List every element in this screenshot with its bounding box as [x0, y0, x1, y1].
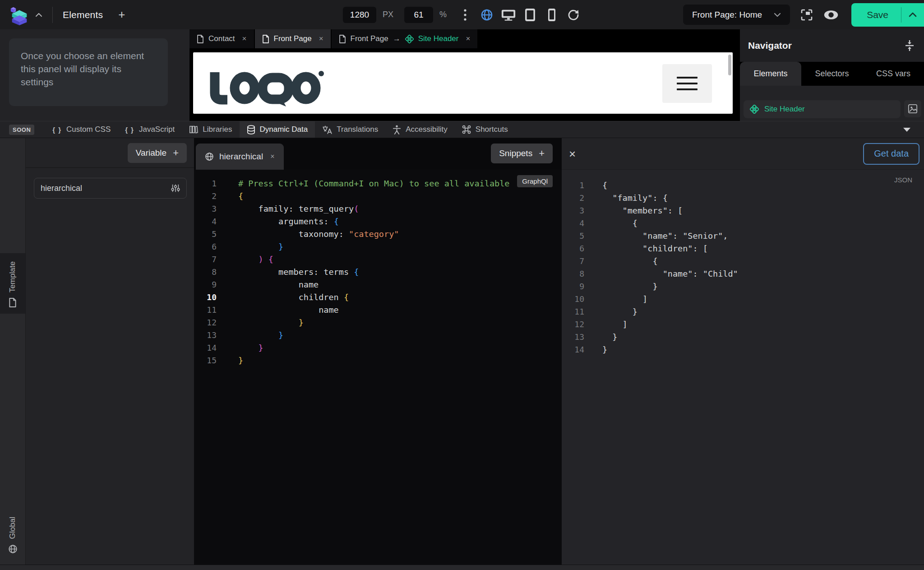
code-line[interactable]: 3 family: terms_query( [194, 202, 562, 215]
plus-icon: + [173, 147, 179, 159]
library-icon [189, 125, 198, 134]
code-line[interactable]: 8 "name": "Child" [562, 267, 924, 280]
code-line[interactable]: 10 ] [562, 292, 924, 305]
code-line[interactable]: 6 "children": [ [562, 242, 924, 255]
mobile-breakpoint-icon[interactable] [544, 7, 559, 23]
code-line[interactable]: 11 } [562, 305, 924, 318]
code-line[interactable]: 2{ [194, 190, 562, 202]
app-logo[interactable] [9, 5, 30, 25]
element-thumbnail-button[interactable] [904, 100, 921, 117]
close-tab-icon[interactable]: × [466, 34, 470, 43]
code-line[interactable]: 1{ [562, 179, 924, 191]
line-number: 15 [194, 356, 217, 365]
line-number: 8 [194, 267, 217, 277]
code-line[interactable]: 9 name [194, 278, 562, 291]
utilities-toolbar: SOON { } Custom CSS { } JavaScript Libra… [0, 121, 924, 138]
result-column: × Get data JSON 1{2 "family": {3 "member… [562, 138, 924, 565]
line-number: 14 [562, 345, 584, 354]
save-options-chevron-up-icon[interactable] [901, 12, 924, 17]
code-line[interactable]: 14 } [194, 341, 562, 354]
code-line[interactable]: 4 arguments: { [194, 215, 562, 227]
scope-tab-template[interactable]: Template [0, 253, 25, 314]
page-selector-dropdown[interactable]: Front Page: Home [683, 5, 790, 25]
tool-libraries[interactable]: Libraries [182, 121, 239, 138]
code-line[interactable]: 12 } [194, 316, 562, 329]
hamburger-menu-button[interactable] [662, 64, 712, 103]
get-data-button[interactable]: Get data [863, 143, 919, 165]
navigator-tab-selectors[interactable]: Selectors [801, 62, 863, 86]
tool-dynamic-data[interactable]: Dynamic Data [240, 121, 315, 138]
scope-tab-global[interactable]: Global [0, 509, 25, 560]
code-line[interactable]: 15} [194, 354, 562, 366]
tree-node-site-header[interactable]: Site Header [744, 100, 901, 118]
doc-tab-front-page[interactable]: Front Page × [255, 29, 331, 48]
code-line[interactable]: 7 { [562, 255, 924, 267]
code-line[interactable]: 10 children { [194, 291, 562, 303]
code-line[interactable]: 2 "family": { [562, 191, 924, 204]
preview-eye-icon[interactable] [823, 7, 839, 23]
more-options-kebab-icon[interactable] [457, 7, 473, 23]
site-logo[interactable] [203, 67, 332, 108]
tool-translations[interactable]: Translations [315, 121, 385, 138]
line-number: 9 [562, 282, 584, 291]
snippets-button[interactable]: Snippets + [491, 144, 553, 163]
json-result-viewer[interactable]: JSON 1{2 "family": {3 "members": [4 {5 "… [562, 170, 924, 565]
code-line[interactable]: 9 } [562, 280, 924, 292]
refresh-icon[interactable] [566, 7, 581, 23]
code-line[interactable]: 13 } [562, 330, 924, 343]
collapse-bottom-panel-icon[interactable] [902, 127, 911, 132]
fullscreen-icon[interactable] [799, 7, 814, 23]
query-tab-hierarchical[interactable]: hierarchical × [196, 144, 284, 170]
code-line[interactable]: 1# Press Ctrl+I (Command+I on Mac) to se… [194, 177, 562, 190]
database-icon [247, 125, 255, 134]
navigator-tab-cssvars[interactable]: CSS vars [863, 62, 924, 86]
tool-label: Dynamic Data [260, 125, 308, 134]
canvas-scrollbar[interactable] [728, 55, 731, 75]
chevron-up-icon[interactable] [35, 13, 42, 17]
code-line[interactable]: 6 } [194, 240, 562, 253]
code-line[interactable]: 13 } [194, 329, 562, 341]
tool-javascript[interactable]: { } JavaScript [118, 121, 182, 138]
line-number: 7 [194, 255, 217, 264]
desktop-breakpoint-icon[interactable] [501, 7, 516, 23]
close-tab-icon[interactable]: × [242, 34, 247, 43]
line-number: 14 [194, 343, 217, 352]
translate-icon [322, 125, 332, 134]
variable-item-hierarchical[interactable]: hierarchical [34, 178, 187, 199]
navigator-tab-elements[interactable]: Elements [740, 62, 801, 86]
close-tab-icon[interactable]: × [319, 34, 323, 43]
graphql-editor[interactable]: GraphQl 1# Press Ctrl+I (Command+I on Ma… [194, 170, 562, 565]
collapse-panel-icon[interactable] [904, 40, 915, 51]
tool-label: Libraries [203, 125, 232, 134]
dynamic-data-workspace: Template Global Variable + [0, 138, 924, 565]
add-variable-button[interactable]: Variable + [128, 143, 187, 163]
responsive-globe-icon[interactable] [479, 7, 494, 23]
elements-panel-title[interactable]: Elements [63, 9, 103, 20]
code-line[interactable]: 14} [562, 343, 924, 356]
close-tab-icon[interactable]: × [270, 153, 274, 161]
save-button[interactable]: Save [851, 3, 924, 27]
tool-label: Custom CSS [66, 125, 111, 134]
tablet-breakpoint-icon[interactable] [522, 7, 538, 23]
page-preview[interactable] [193, 52, 733, 114]
doc-tab-contact[interactable]: Contact × [189, 29, 254, 48]
code-line[interactable]: 8 members: terms { [194, 265, 562, 278]
code-line[interactable]: 12 ] [562, 318, 924, 330]
doc-tab-front-page-site-header[interactable]: Front Page → Site Header × [332, 29, 478, 48]
tool-accessibility[interactable]: Accessibility [385, 121, 455, 138]
tool-shortcuts[interactable]: Shortcuts [455, 121, 515, 138]
plus-icon: + [539, 148, 545, 159]
tool-custom-css[interactable]: { } Custom CSS [45, 121, 118, 138]
add-element-button[interactable]: + [118, 8, 125, 22]
sliders-icon[interactable] [171, 184, 180, 193]
code-line[interactable]: 5 taxonomy: "category" [194, 227, 562, 240]
line-number: 5 [194, 229, 217, 239]
code-line[interactable]: 11 name [194, 303, 562, 316]
code-line[interactable]: 3 "members": [ [562, 204, 924, 217]
close-panel-icon[interactable]: × [569, 148, 576, 160]
canvas-zoom-input[interactable] [404, 7, 433, 23]
canvas-width-input[interactable] [343, 7, 376, 23]
code-line[interactable]: 5 "name": "Senior", [562, 229, 924, 242]
code-line[interactable]: 4 { [562, 217, 924, 229]
code-line[interactable]: 7 ) { [194, 253, 562, 265]
